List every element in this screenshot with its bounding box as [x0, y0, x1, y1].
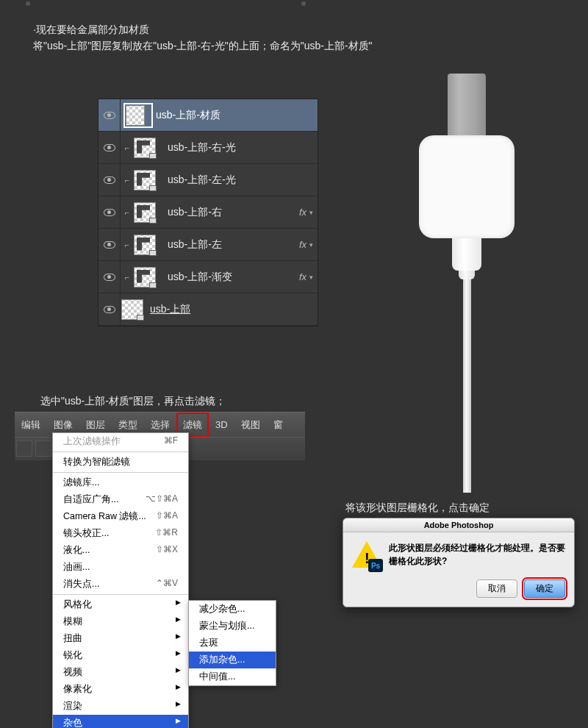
ps-badge: Ps	[368, 559, 383, 572]
warning-icon: Ps	[352, 541, 381, 571]
clip-icon: ⌐	[121, 176, 134, 185]
menu-3d[interactable]: 3D	[209, 413, 234, 438]
clip-icon: ⌐	[121, 273, 134, 282]
rasterize-dialog: Adobe Photoshop Ps 此形状图层必须经过栅格化才能处理。是否要栅…	[343, 518, 575, 607]
layer-name[interactable]: usb-上部-右-光	[168, 141, 318, 154]
layer-name[interactable]: usb-上部-材质	[156, 109, 318, 122]
dialog-message: 此形状图层必须经过栅格化才能处理。是否要栅格化此形状?	[389, 541, 565, 571]
dialog-title: Adobe Photoshop	[343, 518, 574, 532]
eye-icon[interactable]	[104, 209, 115, 216]
ok-button[interactable]: 确定	[524, 579, 565, 598]
layer-thumbnail[interactable]	[134, 170, 156, 190]
noise-submenu: 减少杂色... 蒙尘与划痕... 去斑 添加杂色... 中间值...	[188, 600, 276, 686]
layer-row[interactable]: ⌐ usb-上部-右-光	[98, 132, 318, 164]
menu-window[interactable]: 窗	[267, 413, 290, 438]
dialog-intro-text: 将该形状图层栅格化，点击确定	[345, 502, 490, 515]
menu-video[interactable]: 视频▶	[53, 664, 188, 681]
menu-distort[interactable]: 扭曲▶	[53, 630, 188, 647]
layer-thumbnail[interactable]	[134, 138, 156, 158]
layer-name[interactable]: usb-上部-左	[168, 238, 299, 251]
submenu-reduce-noise[interactable]: 减少杂色...	[189, 601, 276, 618]
layer-thumbnail[interactable]	[134, 267, 156, 288]
layer-name[interactable]: usb-上部-左-光	[168, 174, 318, 187]
cancel-button[interactable]: 取消	[476, 579, 517, 598]
eye-icon[interactable]	[104, 306, 115, 313]
menu-render[interactable]: 渲染▶	[53, 698, 188, 715]
menu-noise[interactable]: 杂色▶	[53, 715, 188, 728]
fx-label[interactable]: fx	[299, 239, 306, 250]
clip-icon: ⌐	[121, 143, 134, 152]
layer-thumbnail[interactable]	[121, 299, 143, 320]
eye-icon[interactable]	[104, 176, 115, 184]
chevron-down-icon[interactable]: ▾	[309, 209, 313, 216]
usb-illustration	[419, 74, 514, 493]
layer-name[interactable]: usb-上部	[150, 303, 318, 316]
layer-thumbnail[interactable]	[134, 235, 156, 255]
menu-liquify[interactable]: 液化...⇧⌘X	[53, 542, 188, 559]
eye-icon[interactable]	[104, 112, 115, 119]
clip-icon: ⌐	[121, 240, 134, 249]
menu-view[interactable]: 视图	[234, 413, 267, 438]
layer-name[interactable]: usb-上部-渐变	[168, 271, 299, 284]
eye-icon[interactable]	[104, 144, 115, 151]
menu-last-filter: 上次滤镜操作⌘F	[53, 433, 188, 450]
layer-row[interactable]: usb-上部	[98, 293, 318, 326]
layers-panel: usb-上部-材质 ⌐ usb-上部-右-光 ⌐ usb-上部-左-光 ⌐ us…	[98, 99, 318, 326]
menu-blur[interactable]: 模糊▶	[53, 613, 188, 630]
menu-camera-raw[interactable]: Camera Raw 滤镜...⇧⌘A	[53, 508, 188, 525]
intro-text: ·现在要给金属部分加材质 将"usb-上部"图层复制放在"usb-上部-右-光"…	[33, 21, 373, 54]
menu-stylize[interactable]: 风格化▶	[53, 596, 188, 613]
layer-row[interactable]: ⌐ usb-上部-左 fx ▾	[98, 229, 318, 261]
clip-icon: ⌐	[121, 208, 134, 217]
layer-thumbnail[interactable]	[134, 202, 156, 223]
menu-sharpen[interactable]: 锐化▶	[53, 647, 188, 664]
menu-lens-correction[interactable]: 镜头校正...⇧⌘R	[53, 525, 188, 542]
layer-row[interactable]: ⌐ usb-上部-渐变 fx ▾	[98, 261, 318, 293]
chevron-down-icon[interactable]: ▾	[309, 274, 313, 281]
layer-row[interactable]: ⌐ usb-上部-右 fx ▾	[98, 196, 318, 229]
eye-icon[interactable]	[104, 274, 115, 281]
layer-name[interactable]: usb-上部-右	[168, 206, 299, 219]
submenu-add-noise[interactable]: 添加杂色...	[189, 652, 276, 668]
menu-convert-smart[interactable]: 转换为智能滤镜	[53, 454, 188, 471]
chevron-down-icon[interactable]: ▾	[309, 241, 313, 249]
menu-edit[interactable]: 编辑	[15, 413, 47, 438]
deco-dot	[26, 1, 30, 6]
fx-label[interactable]: fx	[299, 271, 306, 282]
menu-pixelate[interactable]: 像素化▶	[53, 681, 188, 698]
layer-thumbnail[interactable]	[126, 105, 145, 126]
submenu-dust-scratches[interactable]: 蒙尘与划痕...	[189, 618, 276, 635]
fx-label[interactable]: fx	[299, 207, 306, 218]
layer-row[interactable]: ⌐ usb-上部-左-光	[98, 164, 318, 196]
step2-text: 选中"usb-上部-材质"图层，再点击滤镜；	[40, 395, 226, 408]
filter-menu: 上次滤镜操作⌘F 转换为智能滤镜 滤镜库... 自适应广角...⌥⇧⌘A Cam…	[52, 432, 189, 728]
menu-filter-gallery[interactable]: 滤镜库...	[53, 474, 188, 491]
intro-line1: ·现在要给金属部分加材质	[33, 21, 373, 38]
submenu-despeckle[interactable]: 去斑	[189, 635, 276, 652]
menu-oil-paint[interactable]: 油画...	[53, 559, 188, 576]
deco-dot	[301, 1, 306, 6]
menu-vanishing[interactable]: 消失点...⌃⌘V	[53, 576, 188, 593]
menu-adaptive-wide[interactable]: 自适应广角...⌥⇧⌘A	[53, 491, 188, 508]
eye-icon[interactable]	[104, 241, 115, 249]
intro-line2: 将"usb-上部"图层复制放在"usb-上部-右-光"的上面；命名为"usb-上…	[33, 38, 373, 54]
submenu-median[interactable]: 中间值...	[189, 668, 276, 685]
layer-row[interactable]: usb-上部-材质	[98, 99, 318, 132]
